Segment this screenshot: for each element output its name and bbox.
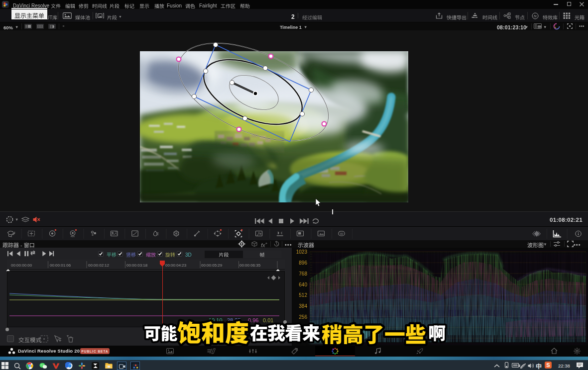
svg-text:640: 640 [299, 282, 307, 287]
svg-text:896: 896 [299, 260, 307, 266]
svg-text:768: 768 [299, 271, 307, 277]
svg-text:3D: 3D [340, 232, 343, 235]
svg-text:饱和度: 饱和度 [177, 314, 249, 349]
svg-text:在我看来: 在我看来 [250, 319, 320, 345]
svg-text:512: 512 [299, 292, 307, 298]
svg-text:384: 384 [299, 303, 307, 309]
svg-text:稍高了一些: 稍高了一些 [322, 318, 426, 348]
svg-text:HQ: HQ [538, 26, 541, 28]
svg-text:HDR: HDR [71, 236, 75, 238]
svg-text:啊: 啊 [428, 319, 446, 345]
svg-text:1023: 1023 [296, 249, 308, 255]
svg-text:可能: 可能 [144, 320, 177, 345]
svg-text:fx: fx [534, 14, 537, 18]
